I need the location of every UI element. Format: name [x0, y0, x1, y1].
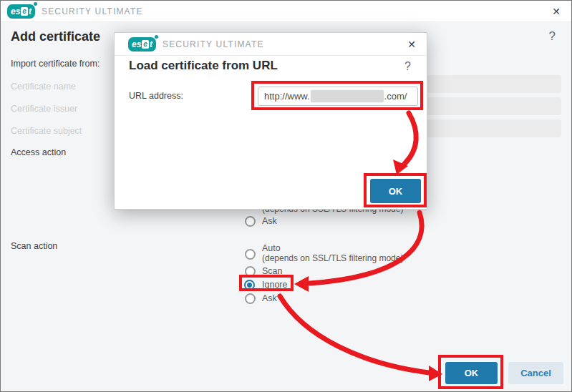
url-value-prefix: http://www.: [264, 91, 310, 102]
scan-radio-auto-label[interactable]: Auto: [262, 243, 281, 253]
main-titlebar: eset SECURITY ULTIMATE ✕: [1, 1, 571, 22]
main-close-icon[interactable]: ✕: [552, 6, 561, 17]
scan-radio-ignore-label[interactable]: Ignore: [262, 280, 287, 290]
eset-logo-text: t: [29, 7, 31, 16]
brand-name: SECURITY ULTIMATE: [42, 6, 143, 16]
modal-titlebar: eset SECURITY ULTIMATE ✕: [115, 33, 427, 56]
arrowhead-modal-ok-to-ignore: [294, 276, 309, 292]
url-value-suffix: .com/: [384, 91, 407, 102]
cancel-button[interactable]: Cancel: [508, 362, 563, 384]
arrow-modal-ok-to-ignore: [310, 212, 422, 283]
redacted-text: [311, 90, 384, 102]
label-certificate-subject: Certificate subject: [11, 126, 82, 136]
url-address-label: URL address:: [129, 91, 183, 101]
brand-name: SECURITY ULTIMATE: [163, 39, 264, 49]
page-title: Add certificate: [11, 29, 100, 44]
eset-logo-text: e: [142, 40, 149, 49]
eset-logo-icon: eset: [128, 37, 156, 52]
modal-close-icon[interactable]: ✕: [407, 39, 416, 50]
ok-button[interactable]: OK: [445, 362, 498, 384]
label-import-certificate-from: Import certificate from:: [11, 59, 100, 69]
scan-radio-ignore[interactable]: [244, 280, 255, 290]
label-certificate-issuer: Certificate issuer: [11, 104, 77, 114]
arrowhead-ignore-to-main-ok: [429, 366, 442, 381]
modal-ok-button[interactable]: OK: [370, 179, 421, 203]
label-access-action: Access action: [11, 147, 66, 157]
arrow-ignore-to-main-ok: [280, 296, 429, 373]
scan-radio-scan-label[interactable]: Scan: [262, 266, 283, 276]
scan-radio-ask[interactable]: [245, 293, 256, 304]
access-radio-ask-label[interactable]: Ask: [262, 216, 277, 226]
eset-logo-text: es: [132, 40, 141, 49]
main-help-icon[interactable]: ?: [549, 29, 556, 44]
eset-logo-registered-dot: [34, 2, 37, 6]
label-certificate-name: Certificate name: [11, 82, 76, 92]
eset-logo-text: e: [21, 7, 28, 16]
load-certificate-modal: eset SECURITY ULTIMATE ✕ Load certificat…: [114, 32, 427, 210]
eset-logo-text: es: [11, 7, 20, 16]
label-scan-action: Scan action: [11, 241, 57, 251]
scan-radio-scan[interactable]: [245, 266, 256, 277]
eset-main-window: eset SECURITY ULTIMATE ✕ Add certificate…: [0, 0, 572, 392]
modal-title: Load certificate from URL: [129, 59, 278, 73]
url-address-input[interactable]: http://www..com/: [258, 87, 418, 106]
scan-radio-auto[interactable]: [245, 249, 256, 260]
scan-radio-auto-note: (depends on SSL/TLS filtering mode): [262, 253, 403, 263]
access-radio-ask[interactable]: [245, 216, 256, 227]
eset-logo-registered-dot: [155, 35, 158, 39]
modal-help-icon[interactable]: ?: [404, 60, 411, 73]
eset-logo-text: t: [150, 40, 152, 49]
scan-radio-ask-label[interactable]: Ask: [262, 293, 277, 303]
eset-logo-icon: eset: [7, 4, 35, 19]
